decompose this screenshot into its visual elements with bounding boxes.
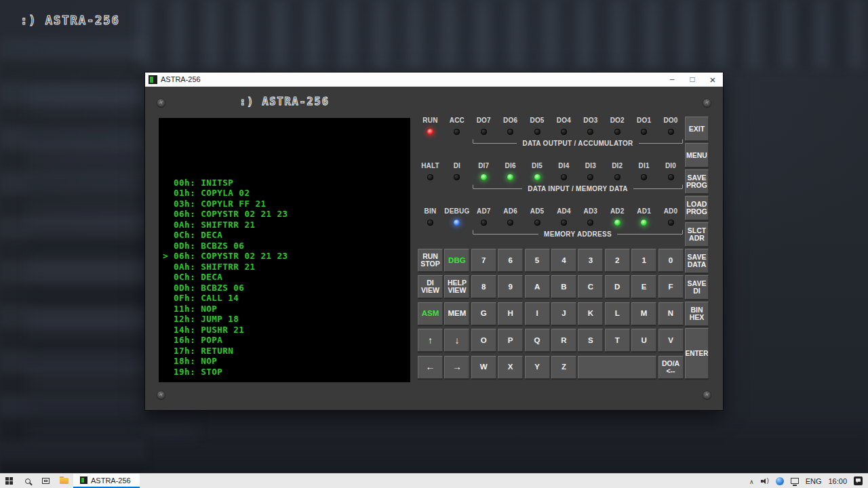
exit-button[interactable]: EXIT [685, 117, 709, 141]
network-icon[interactable] [791, 478, 799, 484]
key-3[interactable]: 3 [578, 249, 603, 272]
led-row: BINDEBUGAD7AD6AD5AD4AD3AD2AD1AD0MEMORY A… [418, 207, 684, 239]
save-di-button[interactable]: SAVE DI [685, 275, 709, 300]
key-arrow-right[interactable]: → [444, 356, 469, 379]
key-arrow-left[interactable]: ← [418, 356, 443, 379]
tray-app-icon[interactable] [776, 477, 784, 485]
key-1[interactable]: 1 [631, 249, 656, 272]
key-n[interactable]: N [658, 302, 684, 325]
screw-icon: ✕ [703, 390, 711, 399]
led-cell-do2: DO2 [605, 117, 630, 135]
key-x[interactable]: X [498, 356, 523, 379]
menu-button[interactable]: MENU [685, 143, 709, 167]
hidden-icons-chevron-icon[interactable]: ∧ [749, 479, 754, 485]
key-do-a[interactable]: DO/A <-- [658, 356, 684, 379]
task-view-icon [42, 478, 50, 484]
key-4[interactable]: 4 [551, 249, 576, 272]
key-run-stop[interactable]: RUN STOP [418, 249, 443, 272]
key-8[interactable]: 8 [471, 275, 496, 298]
bin-hex-button[interactable]: BIN HEX [685, 302, 709, 326]
enter-button[interactable]: ENTER [685, 328, 709, 379]
led-label: DI0 [665, 162, 676, 170]
key-w[interactable]: W [471, 356, 496, 379]
key-0[interactable]: 0 [658, 249, 684, 272]
key-asm[interactable]: ASM [418, 302, 443, 325]
led-cell-ad3: AD3 [578, 207, 603, 226]
system-tray: ∧ ) ENG 16:00 [749, 474, 868, 488]
key-space[interactable] [578, 356, 656, 379]
key-q[interactable]: Q [525, 329, 550, 352]
terminal-line: 0Dh: BCBZS 06 [163, 283, 410, 293]
led-indicator-ad3 [587, 220, 593, 226]
led-cell-do0: DO0 [658, 117, 684, 135]
key-z[interactable]: Z [551, 356, 576, 379]
key-7[interactable]: 7 [471, 249, 496, 272]
key-f[interactable]: F [658, 275, 684, 298]
save-prog-button[interactable]: SAVE PROG [685, 169, 709, 194]
key-2[interactable]: 2 [605, 249, 630, 272]
notification-center-icon[interactable] [854, 476, 863, 485]
led-label: DI7 [478, 162, 489, 170]
key-d[interactable]: D [605, 275, 630, 298]
close-icon[interactable]: × [703, 73, 723, 86]
group-label: DATA OUTPUT / ACCUMULATOR [517, 140, 638, 147]
key-p[interactable]: P [498, 329, 523, 352]
key-a[interactable]: A [525, 275, 550, 298]
led-label: BIN [425, 207, 437, 216]
key-g[interactable]: G [471, 302, 496, 325]
key-e[interactable]: E [631, 275, 656, 298]
key-i[interactable]: I [525, 302, 550, 325]
key-arrow-down[interactable]: ↓ [444, 329, 469, 352]
led-cell-do3: DO3 [578, 117, 603, 135]
minimize-icon[interactable]: – [662, 73, 682, 86]
key-v[interactable]: V [658, 329, 684, 352]
terminal-line: 16h: POPA [163, 335, 410, 346]
key-c[interactable]: C [578, 275, 603, 298]
key-dbg[interactable]: DBG [444, 249, 469, 272]
led-cell-do6: DO6 [498, 117, 523, 135]
key-u[interactable]: U [631, 329, 656, 352]
led-cell-acc: ACC [444, 117, 469, 135]
led-cell-ad1: AD1 [631, 207, 656, 226]
desktop-logo: :) ASTRA-256 [20, 14, 120, 27]
key-r[interactable]: R [551, 329, 576, 352]
terminal-line: 14h: PUSHR 21 [163, 325, 410, 336]
key-di-view[interactable]: DI VIEW [418, 275, 443, 298]
key-l[interactable]: L [605, 302, 630, 325]
led-indicator-di5 [534, 174, 540, 180]
key-j[interactable]: J [551, 302, 576, 325]
save-data-button[interactable]: SAVE DATA [685, 249, 709, 273]
led-cell-debug: DEBUG [444, 207, 469, 226]
key-arrow-up[interactable]: ↑ [418, 329, 443, 352]
file-explorer-button[interactable] [55, 474, 73, 488]
maximize-icon[interactable]: □ [682, 73, 703, 86]
taskbar-app-astra-256[interactable]: ASTRA-256 [73, 474, 140, 488]
led-label: DI6 [505, 162, 516, 170]
key-y[interactable]: Y [525, 356, 550, 379]
led-label: ACC [450, 117, 465, 125]
key-k[interactable]: K [578, 302, 603, 325]
key-help-view[interactable]: HELP VIEW [444, 275, 469, 298]
slct-adr-button[interactable]: SLCT ADR [685, 222, 709, 247]
key-b[interactable]: B [551, 275, 576, 298]
group-label: DATA INPUT / MEMORY DATA [522, 185, 633, 192]
language-indicator[interactable]: ENG [806, 477, 822, 485]
load-prog-button[interactable]: LOAD PROG [685, 196, 709, 220]
key-6[interactable]: 6 [498, 249, 523, 272]
led-indicator-acc [454, 129, 460, 135]
clock[interactable]: 16:00 [828, 477, 847, 485]
key-5[interactable]: 5 [525, 249, 550, 272]
key-9[interactable]: 9 [498, 275, 523, 298]
key-s[interactable]: S [578, 329, 603, 352]
taskbar-search-button[interactable] [18, 474, 37, 488]
start-button[interactable] [0, 474, 18, 488]
window-titlebar[interactable]: ASTRA-256 – □ × [145, 73, 723, 87]
key-o[interactable]: O [471, 329, 496, 352]
key-m[interactable]: M [631, 302, 656, 325]
key-mem[interactable]: MEM [444, 302, 469, 325]
task-view-button[interactable] [37, 474, 55, 488]
screw-icon: ✕ [157, 390, 165, 399]
key-h[interactable]: H [498, 302, 523, 325]
volume-icon[interactable]: ) [761, 478, 769, 485]
key-t[interactable]: T [605, 329, 630, 352]
